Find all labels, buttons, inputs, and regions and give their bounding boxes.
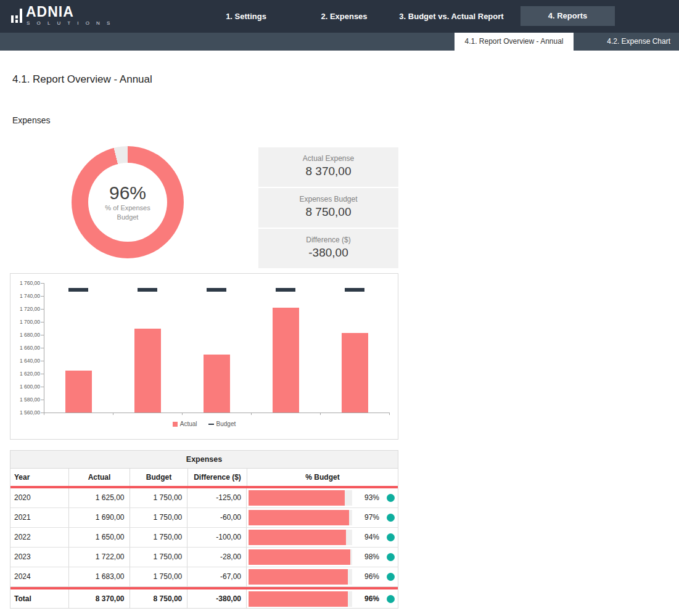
- legend-label: Budget: [216, 421, 236, 427]
- table-cell: 1 750,00: [130, 567, 188, 586]
- column-header: Budget: [130, 469, 188, 486]
- actual-bar-2024: [342, 333, 368, 413]
- budget-marker-2022: [207, 288, 226, 292]
- kpi-card-label: Actual Expense: [258, 147, 398, 163]
- kpi-card-value: 8 370,00: [258, 165, 398, 178]
- x-axis-tick-mark: [389, 413, 390, 415]
- table-cell: 1 650,00: [69, 528, 130, 547]
- pct-budget-cell: 96%: [247, 567, 398, 586]
- y-axis-tick-label: 1 580,00: [12, 396, 40, 403]
- table-cell: 2022: [10, 528, 69, 547]
- nav-item-3[interactable]: 3. Budget vs. Actual Report: [380, 0, 523, 33]
- pct-bar-track: [249, 591, 352, 607]
- table-cell: 2021: [10, 508, 69, 527]
- table-row: 20241 683,001 750,00-67,0096%: [10, 567, 398, 587]
- pct-value: 96%: [352, 567, 379, 586]
- kpi-card-2: Expenses Budget 8 750,00: [258, 188, 398, 228]
- table-cell: Total: [10, 589, 69, 608]
- bar-chart-logo-icon: [11, 6, 23, 23]
- pct-bar: [249, 569, 348, 585]
- y-axis-tick-label: 1 720,00: [12, 306, 40, 312]
- tab-expense-chart[interactable]: 4.2. Expense Chart: [562, 33, 679, 51]
- actual-bar-2020: [65, 371, 92, 413]
- x-axis-tick-mark: [251, 413, 252, 415]
- donut-center: 96% % of Expenses Budget: [88, 163, 167, 242]
- actual-bar-2021: [134, 329, 161, 413]
- legend-item-actual: Actual: [173, 421, 197, 427]
- report-page: ADNIA S O L U T I O N S 1. Settings2. Ex…: [0, 0, 679, 616]
- actual-bar-2022: [204, 355, 230, 413]
- table-total-row: Total8 370,008 750,00-380,0096%: [10, 587, 398, 608]
- y-axis-tick-label: 1 600,00: [12, 384, 40, 390]
- kpi-card-label: Difference ($): [258, 229, 398, 244]
- kpi-card-1: Actual Expense 8 370,00: [258, 147, 398, 187]
- nav-item-1[interactable]: 1. Settings: [215, 0, 277, 33]
- donut-percentage-value: 96%: [109, 183, 146, 203]
- brand-logo: ADNIA S O L U T I O N S: [11, 4, 113, 26]
- annual-bar-chart: 1 760,001 740,001 720,001 700,001 680,00…: [10, 273, 398, 440]
- kpi-card-3: Difference ($) -380,00: [258, 229, 398, 268]
- y-axis-tick-label: 1 680,00: [12, 332, 40, 338]
- nav-item-4[interactable]: 4. Reports: [521, 6, 615, 26]
- status-dot-icon: [387, 553, 395, 561]
- budget-donut-chart: 96% % of Expenses Budget: [72, 146, 184, 258]
- pct-bar-track: [249, 549, 352, 565]
- y-axis-tick-label: 1 640,00: [12, 358, 40, 364]
- table-row: 20211 690,001 750,00-60,0097%: [10, 508, 398, 528]
- x-axis-tick-mark: [182, 413, 183, 415]
- table-cell: 8 750,00: [130, 589, 188, 608]
- pct-bar: [249, 591, 348, 607]
- pct-bar-track: [249, 510, 352, 525]
- x-axis-tick-mark: [113, 413, 113, 415]
- table-cell: -100,00: [187, 528, 247, 547]
- page-title: 4.1. Report Overview - Annual: [12, 73, 152, 86]
- pct-budget-cell: 97%: [247, 508, 398, 527]
- actual-bar-2023: [273, 308, 299, 413]
- table-row: 20231 722,001 750,00-28,0098%: [10, 548, 398, 567]
- status-dot-icon: [387, 494, 395, 502]
- pct-bar-track: [249, 490, 352, 506]
- table-row: 20201 625,001 750,00-125,0093%: [10, 488, 398, 508]
- budget-marker-2024: [345, 288, 364, 292]
- table-cell: -380,00: [187, 589, 247, 608]
- brand-subtitle: S O L U T I O N S: [27, 20, 113, 26]
- tab-report-overview-annual[interactable]: 4.1. Report Overview - Annual: [455, 33, 574, 51]
- status-dot-icon: [387, 573, 395, 581]
- pct-bar: [249, 549, 350, 565]
- x-axis-line: [44, 413, 389, 413]
- sub-navbar: 4.1. Report Overview - Annual 4.2. Expen…: [0, 33, 679, 51]
- table-cell: 1 750,00: [130, 488, 188, 507]
- pct-bar-track: [249, 569, 352, 585]
- y-axis-tick-label: 1 700,00: [12, 319, 40, 325]
- x-axis-tick-mark: [320, 413, 321, 415]
- y-axis-line: [44, 283, 44, 413]
- column-header: % Budget: [247, 469, 398, 486]
- y-axis-tick-label: 1 560,00: [12, 409, 40, 416]
- nav-item-2[interactable]: 2. Expenses: [312, 0, 376, 33]
- pct-bar-track: [249, 530, 352, 545]
- table-cell: 1 690,00: [69, 508, 130, 527]
- y-axis-tick-label: 1 760,00: [12, 280, 40, 286]
- table-cell: -67,00: [187, 567, 247, 586]
- status-dot-icon: [387, 595, 395, 603]
- y-axis-tick-label: 1 740,00: [12, 293, 40, 299]
- donut-caption: % of Expenses Budget: [105, 203, 150, 223]
- legend-item-budget: Budget: [208, 421, 236, 427]
- column-header: Year: [10, 469, 69, 486]
- table-cell: 2024: [10, 567, 69, 586]
- table-header-row: YearActualBudgetDifference ($)% Budget: [10, 469, 398, 488]
- table-row: 20221 650,001 750,00-100,0094%: [10, 528, 398, 548]
- y-axis-tick-label: 1 620,00: [12, 371, 40, 377]
- table-cell: 2020: [10, 488, 69, 507]
- kpi-card-value: 8 750,00: [258, 205, 398, 219]
- table-cell: 1 750,00: [130, 548, 188, 567]
- pct-budget-cell: 96%: [247, 589, 398, 608]
- table-cell: -28,00: [187, 548, 247, 567]
- kpi-card-label: Expenses Budget: [258, 188, 398, 203]
- status-dot-icon: [387, 533, 395, 541]
- table-cell: 1 722,00: [69, 548, 130, 567]
- status-dot-icon: [387, 514, 395, 522]
- brand-name: ADNIA: [26, 4, 113, 19]
- table-title: Expenses: [10, 451, 398, 469]
- table-cell: -60,00: [187, 508, 247, 527]
